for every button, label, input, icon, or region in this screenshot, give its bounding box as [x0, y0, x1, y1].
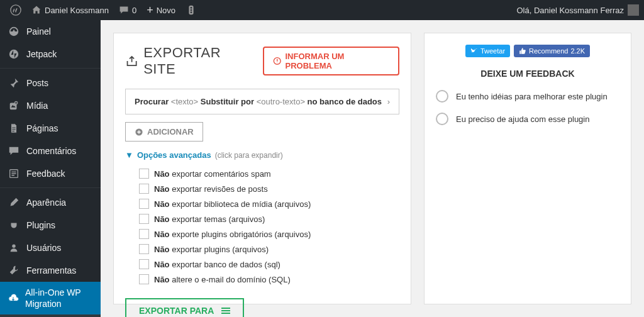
greeting: Olá, Daniel Kossmann Ferraz	[516, 6, 624, 15]
sidebar-item-label: Aparência	[26, 197, 66, 208]
fb-recommend-button[interactable]: Recommend 2.2K	[514, 45, 590, 57]
page-content: EXPORTAR SITE INFORMAR UM PROBLEMA Procu…	[101, 20, 644, 317]
sidebar-item-usuarios[interactable]: Usuários	[0, 236, 101, 259]
caret-down-icon: ▼	[125, 150, 133, 160]
option-label: Não exportar temas (arquivos)	[154, 214, 265, 224]
brush-icon	[8, 196, 20, 209]
comment-icon	[119, 5, 129, 15]
option-label: Não exportar biblioteca de mídia (arquiv…	[154, 199, 311, 209]
advanced-hint: (click para expandir)	[215, 151, 283, 160]
topbar-left: Daniel Kossmann 0 + Novo	[5, 0, 516, 20]
plus-circle-icon	[135, 128, 143, 136]
tweet-button[interactable]: Tweetar	[465, 45, 510, 57]
sidebar-item-label: Posts	[26, 78, 48, 88]
sidebar-item-painel[interactable]: Painel	[0, 20, 101, 43]
feedback-option-ideas[interactable]: Eu tenho idéias para melhorar este plugi…	[436, 90, 619, 103]
export-label: EXPORTAR PARA	[139, 306, 214, 316]
sidebar-item-label: Usuários	[26, 243, 61, 253]
wordpress-icon	[10, 4, 21, 16]
add-label: ADICIONAR	[147, 127, 194, 136]
add-button[interactable]: ADICIONAR	[125, 122, 203, 142]
advanced-label: Opções avançadas	[137, 150, 211, 160]
checkbox[interactable]	[139, 259, 149, 269]
option-row: Não exportar biblioteca de mídia (arquiv…	[139, 196, 399, 211]
radio[interactable]	[436, 113, 448, 125]
tool-icon	[8, 264, 20, 277]
checkbox[interactable]	[139, 229, 149, 239]
site-name: Daniel Kossmann	[45, 6, 109, 15]
option-row: Não exportar banco de dados (sql)	[139, 257, 399, 272]
sidebar-item-aparencia[interactable]: Aparência	[0, 191, 101, 214]
checkbox[interactable]	[139, 199, 149, 209]
page-icon	[8, 122, 20, 135]
sidebar-item-plugins[interactable]: Plugins	[0, 214, 101, 236]
sidebar-item-comentarios[interactable]: Comentários	[0, 140, 101, 162]
chevron-right-icon: ›	[387, 97, 390, 106]
checkbox[interactable]	[139, 244, 149, 254]
report-problem-button[interactable]: INFORMAR UM PROBLEMA	[263, 47, 399, 75]
sidebar-item-midia[interactable]: Mídia	[0, 94, 101, 117]
feedback-panel: Tweetar Recommend 2.2K DEIXE UM FEEDBACK…	[424, 33, 631, 304]
topbar-site[interactable]: Daniel Kossmann	[26, 0, 114, 20]
wp-logo[interactable]	[5, 0, 26, 20]
report-label: INFORMAR UM PROBLEMA	[285, 52, 389, 70]
users-icon	[8, 242, 20, 254]
sidebar-item-migration[interactable]: All-in-One WP Migration	[0, 282, 101, 314]
comment-count: 0	[132, 6, 136, 15]
option-label: Não exporte plugins obrigatórios (arquiv…	[154, 230, 311, 239]
find-replace-row[interactable]: Procurar <texto> Substituir por <outro-t…	[125, 89, 399, 114]
export-to-button[interactable]: EXPORTAR PARA	[125, 298, 244, 317]
thumbs-up-icon	[519, 47, 526, 55]
sidebar-subitem-exportar[interactable]: Exportar	[0, 314, 101, 317]
sidebar-item-label: Painel	[26, 26, 51, 36]
sidebar-item-label: Plugins	[26, 220, 55, 230]
option-row: Não exporte plugins obrigatórios (arquiv…	[139, 226, 399, 242]
tweet-label: Tweetar	[480, 47, 505, 55]
topbar-new[interactable]: + Novo	[142, 0, 180, 20]
option-label: Não exportar plugins (arquivos)	[154, 245, 269, 254]
home-icon	[31, 5, 42, 15]
jetpack-icon	[8, 48, 20, 60]
sidebar-item-label: Jetpack	[26, 49, 57, 59]
plus-icon: +	[147, 4, 153, 17]
svg-point-5	[9, 50, 18, 58]
sidebar-item-posts[interactable]: Posts	[0, 72, 101, 94]
sidebar-item-label: Mídia	[26, 101, 48, 111]
checkbox[interactable]	[139, 274, 149, 284]
sidebar-item-label: Páginas	[26, 123, 58, 133]
checkbox[interactable]	[139, 169, 149, 179]
find-replace-text: Procurar <texto> Substituir por <outro-t…	[135, 97, 382, 106]
traffic-icon	[186, 4, 197, 16]
sidebar-item-feedback[interactable]: Feedback	[0, 162, 101, 185]
plug-icon	[8, 219, 20, 231]
radio[interactable]	[436, 90, 448, 103]
option-label: Não exportar banco de dados (sql)	[154, 260, 280, 269]
option-row: Não exportar plugins (arquivos)	[139, 242, 399, 257]
topbar-seo[interactable]	[180, 0, 202, 20]
sidebar-item-label: Comentários	[26, 146, 76, 156]
advanced-options-toggle[interactable]: ▼ Opções avançadas (click para expandir)	[125, 150, 399, 160]
topbar-right[interactable]: Olá, Daniel Kossmann Ferraz	[516, 4, 639, 16]
advanced-options-list: Não exportar comentários spam Não export…	[139, 166, 399, 287]
feedback-option-help[interactable]: Eu preciso de ajuda com esse plugin	[436, 113, 619, 125]
page-title: EXPORTAR SITE	[143, 45, 253, 77]
twitter-icon	[470, 47, 478, 55]
svg-point-8	[12, 245, 15, 248]
sidebar-item-ferramentas[interactable]: Ferramentas	[0, 259, 101, 282]
option-row: Não altere o e-mail do domínio (SQL)	[139, 272, 399, 287]
sidebar-item-paginas[interactable]: Páginas	[0, 117, 101, 140]
cloud-icon	[8, 292, 19, 304]
hamburger-icon	[221, 308, 230, 314]
topbar-comments[interactable]: 0	[114, 0, 142, 20]
export-panel: EXPORTAR SITE INFORMAR UM PROBLEMA Procu…	[113, 33, 411, 304]
checkbox[interactable]	[139, 184, 149, 194]
option-label: Não exportar comentários spam	[154, 169, 271, 179]
sidebar-item-label: All-in-One WP Migration	[25, 287, 93, 309]
sidebar-item-jetpack[interactable]: Jetpack	[0, 43, 101, 65]
option-row: Não exportar temas (arquivos)	[139, 211, 399, 226]
svg-point-3	[191, 9, 192, 11]
media-icon	[8, 99, 20, 112]
feedback-option-label: Eu preciso de ajuda com esse plugin	[456, 114, 589, 124]
checkbox[interactable]	[139, 214, 149, 224]
pin-icon	[8, 77, 20, 89]
